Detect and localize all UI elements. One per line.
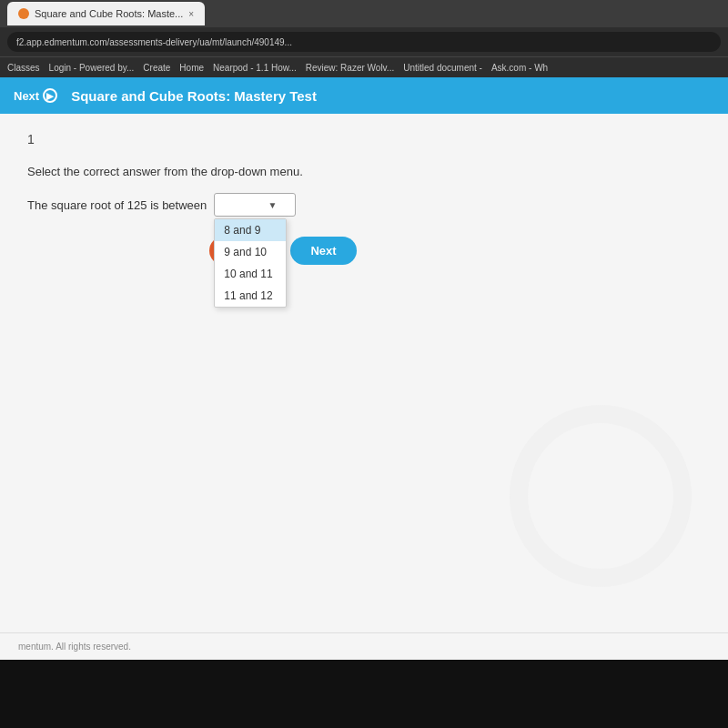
bookmark-razer[interactable]: Review: Razer Wolv...: [306, 63, 394, 73]
bookmarks-bar: Classes Login - Powered by... Create Hom…: [0, 56, 728, 77]
dropdown-wrapper[interactable]: ▼ 8 and 9 9 and 10 10 and 11 11 and 12: [214, 193, 296, 217]
address-text: f2.app.edmentum.com/assessments-delivery…: [16, 37, 292, 47]
browser-chrome: Square and Cube Roots: Maste... × f2.app…: [0, 0, 728, 77]
page-title: Square and Cube Roots: Mastery Test: [71, 88, 317, 104]
tab-favicon: [18, 8, 29, 19]
tab-title: Square and Cube Roots: Maste...: [35, 8, 183, 19]
instruction-text: Select the correct answer from the drop-…: [27, 165, 701, 178]
address-bar[interactable]: f2.app.edmentum.com/assessments-delivery…: [7, 32, 721, 52]
bookmark-home[interactable]: Home: [179, 63, 204, 73]
top-nav: Next ▶ Square and Cube Roots: Mastery Te…: [0, 77, 728, 114]
dropdown-option-9and10[interactable]: 9 and 10: [215, 241, 286, 263]
active-tab[interactable]: Square and Cube Roots: Maste... ×: [7, 2, 205, 25]
watermark-circle: [510, 405, 692, 587]
watermark-decoration: [464, 405, 692, 587]
dropdown-option-10and11[interactable]: 10 and 11: [215, 263, 286, 285]
dropdown-menu: 8 and 9 9 and 10 10 and 11 11 and 12: [214, 218, 287, 308]
dropdown-option-8and9[interactable]: 8 and 9: [215, 219, 286, 241]
question-number: 1: [27, 132, 701, 147]
dropdown-chevron-icon: ▼: [268, 200, 277, 210]
app-container: Next ▶ Square and Cube Roots: Mastery Te…: [0, 77, 728, 660]
bookmark-ask[interactable]: Ask.com - Wh: [491, 63, 548, 73]
dropdown-trigger[interactable]: ▼: [214, 193, 296, 217]
tab-bar: Square and Cube Roots: Maste... ×: [0, 0, 728, 27]
bookmark-nearpod[interactable]: Nearpod - 1.1 How...: [213, 63, 297, 73]
next-button[interactable]: Next: [290, 237, 356, 265]
nav-next-button[interactable]: Next ▶: [14, 88, 57, 103]
main-content: 1 Select the correct answer from the dro…: [0, 114, 728, 632]
footer-text: mentum. All rights reserved.: [18, 642, 131, 652]
bookmark-login[interactable]: Login - Powered by...: [49, 63, 135, 73]
address-bar-row: f2.app.edmentum.com/assessments-delivery…: [0, 27, 728, 56]
question-text: The square root of 125 is between: [27, 193, 207, 218]
tab-close-button[interactable]: ×: [188, 9, 194, 19]
nav-next-label: Next: [14, 89, 39, 103]
bookmark-classes[interactable]: Classes: [7, 63, 40, 73]
laptop-bezel: [0, 660, 728, 728]
question-row: The square root of 125 is between ▼ 8 an…: [27, 193, 701, 218]
app-footer: mentum. All rights reserved.: [0, 632, 728, 660]
nav-next-arrow-icon: ▶: [43, 88, 57, 103]
dropdown-option-11and12[interactable]: 11 and 12: [215, 285, 286, 307]
bookmark-untitled[interactable]: Untitled document -: [403, 63, 482, 73]
bookmark-create[interactable]: Create: [143, 63, 170, 73]
